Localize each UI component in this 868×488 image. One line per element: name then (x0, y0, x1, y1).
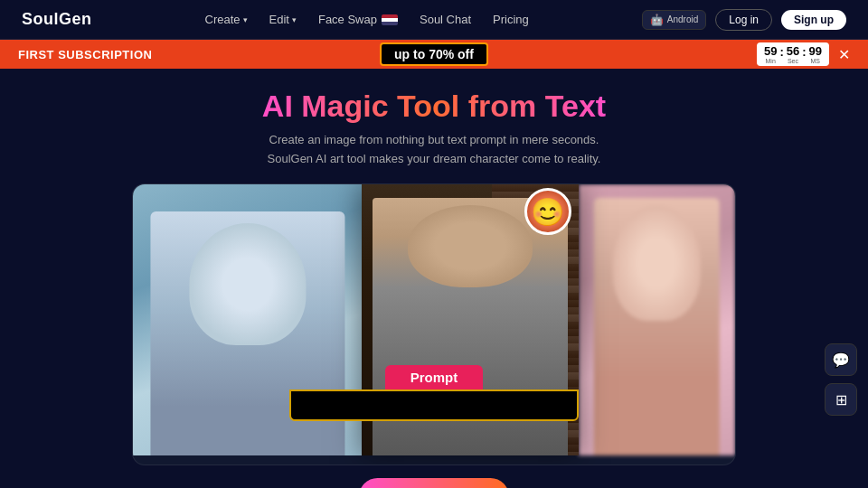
promo-badge[interactable]: up to 70% off (380, 42, 488, 66)
flag-icon (382, 14, 398, 25)
caret-icon: ▾ (243, 15, 248, 24)
navbar: SoulGen Create ▾ Edit ▾ Face Swap Soul C… (0, 0, 868, 40)
nav-links: Create ▾ Edit ▾ Face Swap Soul Chat Pric… (205, 13, 529, 26)
timer-colon-2: : (801, 45, 807, 59)
hero-subtitle: Create an image from nothing but text pr… (268, 131, 601, 169)
caret-icon: ▾ (292, 15, 297, 24)
hero-title: AI Magic Tool from Text (262, 89, 606, 124)
android-badge[interactable]: 🤖 Android (642, 10, 706, 30)
promo-close-button[interactable]: ✕ (838, 46, 850, 63)
prompt-input[interactable] (291, 391, 577, 419)
chat-side-icon[interactable]: 💬 (825, 343, 857, 376)
brand-logo[interactable]: SoulGen (22, 10, 92, 29)
timer-seconds: 56 Sec (787, 44, 799, 65)
grid-side-icon[interactable]: ⊞ (825, 383, 857, 416)
nav-edit[interactable]: Edit ▾ (269, 13, 297, 26)
signup-button[interactable]: Sign up (781, 10, 846, 30)
person-silhouette-right (594, 198, 720, 455)
nav-create[interactable]: Create ▾ (205, 13, 248, 26)
promo-timer: 59 Min : 56 Sec : 99 MS (757, 42, 829, 67)
demo-image-right (579, 184, 735, 455)
try-it-now-button[interactable]: Try it Now → (359, 478, 509, 488)
timer-colon-1: : (778, 45, 784, 59)
prompt-overlay: Prompt (289, 365, 579, 421)
timer-minutes: 59 Min (764, 44, 777, 65)
face-swap-overlay (524, 188, 571, 235)
demo-card: Prompt (132, 183, 736, 465)
nav-actions: 🤖 Android Log in Sign up (642, 9, 846, 31)
demo-images: Prompt (133, 184, 735, 455)
side-icons: 💬 ⊞ (825, 343, 857, 416)
nav-soul-chat[interactable]: Soul Chat (420, 13, 471, 26)
login-button[interactable]: Log in (715, 9, 772, 31)
nav-pricing[interactable]: Pricing (493, 13, 529, 26)
timer-ms: 99 MS (809, 44, 822, 65)
promo-center: up to 70% off (380, 42, 488, 66)
prompt-label: Prompt (385, 365, 484, 389)
prompt-input-wrap (289, 389, 579, 421)
promo-bar: FIRST SUBSCRIPTION up to 70% off 59 Min … (0, 40, 868, 69)
android-icon: 🤖 (650, 14, 664, 26)
nav-face-swap[interactable]: Face Swap (318, 13, 398, 26)
promo-left-text: FIRST SUBSCRIPTION (18, 48, 152, 61)
cta-section: Try it Now → (359, 478, 509, 488)
hero-section: AI Magic Tool from Text Create an image … (0, 69, 868, 488)
